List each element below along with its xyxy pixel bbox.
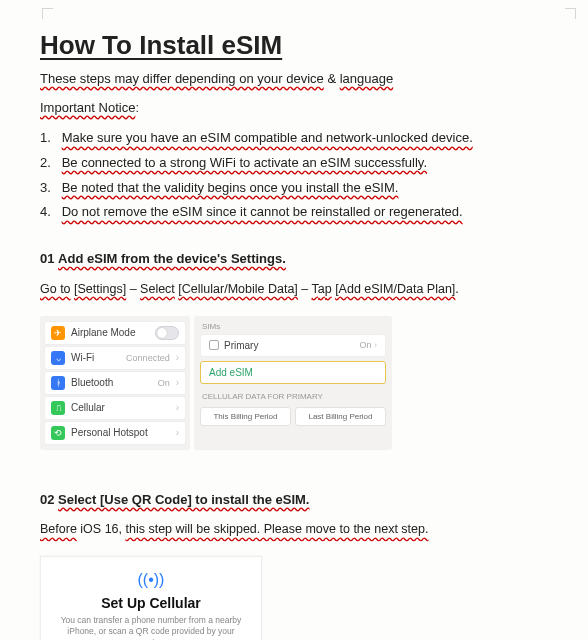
step1-sub: Go to [Settings] – Select [Cellular/Mobi… bbox=[40, 278, 548, 302]
notice-label: Important Notice bbox=[40, 100, 135, 115]
tab-last-period: Last Billing Period bbox=[295, 407, 386, 426]
chevron-right-icon: › bbox=[374, 340, 377, 350]
cellular-icon: ⎍ bbox=[51, 401, 65, 415]
setup-cellular-title: Set Up Cellular bbox=[51, 595, 251, 611]
hotspot-icon: ⟲ bbox=[51, 426, 65, 440]
screenshot-step1: ✈ Airplane Mode ⌵ Wi-Fi Connected › ᚼ Bl… bbox=[40, 316, 548, 450]
row-cellular: ⎍ Cellular › bbox=[44, 396, 186, 420]
chevron-right-icon: › bbox=[176, 427, 179, 438]
intro-b: language bbox=[340, 71, 394, 86]
sims-header: SIMs bbox=[202, 322, 384, 331]
cellular-panel: SIMs Primary On › Add eSIM CELLULAR DATA… bbox=[194, 316, 392, 450]
step1-heading: 01 Add eSIM from the device's Settings. bbox=[40, 247, 548, 272]
sim-box-icon bbox=[209, 340, 219, 350]
chevron-right-icon: › bbox=[176, 377, 179, 388]
cellular-data-header: CELLULAR DATA FOR PRIMARY bbox=[202, 392, 384, 401]
row-add-esim: Add eSIM bbox=[200, 361, 386, 384]
rule-3: 3. Be noted that the validity begins onc… bbox=[40, 176, 548, 201]
row-primary: Primary On › bbox=[200, 334, 386, 357]
chevron-right-icon: › bbox=[176, 402, 179, 413]
billing-tabs: This Billing Period Last Billing Period bbox=[200, 407, 386, 426]
settings-panel: ✈ Airplane Mode ⌵ Wi-Fi Connected › ᚼ Bl… bbox=[40, 316, 190, 450]
bluetooth-icon: ᚼ bbox=[51, 376, 65, 390]
step2-heading: 02 Select [Use QR Code] to install the e… bbox=[40, 488, 548, 513]
rule-1: 1. Make sure you have an eSIM compatible… bbox=[40, 126, 548, 151]
row-wifi: ⌵ Wi-Fi Connected › bbox=[44, 346, 186, 370]
row-hotspot: ⟲ Personal Hotspot › bbox=[44, 421, 186, 445]
rule-4: 4. Do not remove the eSIM since it canno… bbox=[40, 200, 548, 225]
chevron-right-icon: › bbox=[176, 352, 179, 363]
step2-sub: Before iOS 16, this step will be skipped… bbox=[40, 518, 548, 542]
notice-line: Important Notice: bbox=[40, 96, 548, 121]
airplane-icon: ✈ bbox=[51, 326, 65, 340]
row-bluetooth: ᚼ Bluetooth On › bbox=[44, 371, 186, 395]
tab-this-period: This Billing Period bbox=[200, 407, 291, 426]
intro-line: These steps may differ depending on your… bbox=[40, 67, 548, 92]
setup-cellular-desc: You can transfer a phone number from a n… bbox=[51, 615, 251, 640]
screenshot-step2: ((•)) Set Up Cellular You can transfer a… bbox=[40, 556, 262, 640]
wifi-icon: ⌵ bbox=[51, 351, 65, 365]
page-title: How To Install eSIM bbox=[40, 30, 548, 61]
intro-a: These steps may differ depending on your… bbox=[40, 71, 324, 86]
airplane-toggle bbox=[155, 326, 179, 340]
row-airplane: ✈ Airplane Mode bbox=[44, 321, 186, 345]
rule-2: 2. Be connected to a strong WiFi to acti… bbox=[40, 151, 548, 176]
antenna-icon: ((•)) bbox=[51, 571, 251, 589]
